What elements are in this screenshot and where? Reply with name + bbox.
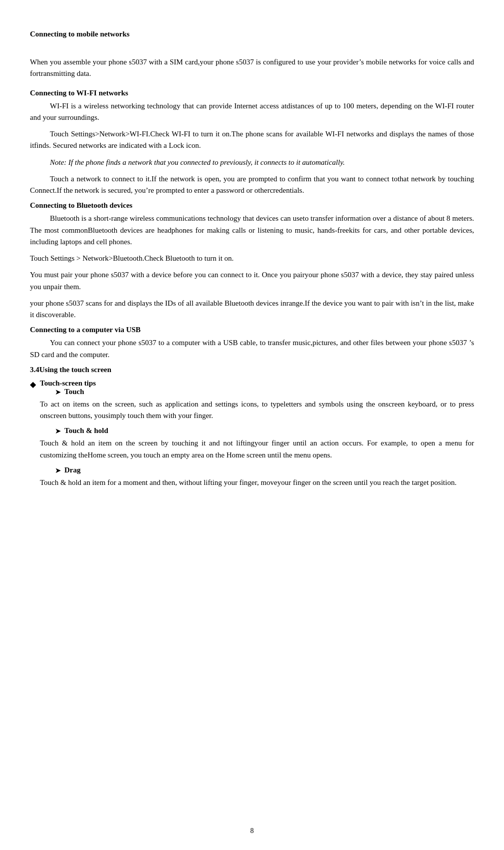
arrow-icon-touch: ➤ [55,388,61,397]
mobile-networks-heading: Connecting to mobile networks [30,30,474,38]
touch-label: Touch [64,388,84,396]
touch-hold-subheading-row: ➤ Touch & hold [55,426,474,435]
drag-para: Touch & hold an item for a moment and th… [40,477,474,488]
touch-screen-tips-label: Touch-screen tips [40,379,96,387]
arrow-icon-touch-hold: ➤ [55,426,61,435]
wifi-note: Note: If the phone finds a network that … [30,157,474,168]
arrow-icon-drag: ➤ [55,466,61,475]
wifi-para2: Touch Settings>Network>WI-FI.Check WI-FI… [30,128,474,152]
bluetooth-para1: Bluetooth is a short-range wireless comm… [30,213,474,248]
touch-screen-tips-item: ◆ Touch-screen tips ➤ Touch To act on it… [30,379,474,493]
touch-hold-label: Touch & hold [64,426,108,435]
bluetooth-heading: Connecting to Bluetooth devices [30,201,474,210]
bullet-diamond-icon: ◆ [30,380,36,389]
drag-subheading-row: ➤ Drag [55,466,474,475]
bluetooth-para2: Touch Settings > Network>Bluetooth.Check… [30,253,474,264]
mobile-networks-intro: When you assemble your phone s5037 with … [30,56,474,80]
bluetooth-para3: You must pair your phone s5037 with a de… [30,269,474,293]
bluetooth-para4: your phone s5037 scans for and displays … [30,298,474,321]
touch-para: To act on items on the screen, such as a… [40,399,474,422]
touch-hold-para: Touch & hold an item on the screen by to… [40,437,474,461]
touch-screen-tips-content: Touch-screen tips ➤ Touch To act on item… [40,379,474,493]
page: Connecting to mobile networks When you a… [0,0,504,850]
wifi-para1: WI-FI is a wireless networking technolog… [30,100,474,124]
page-number: 8 [0,827,504,835]
usb-para1: You can connect your phone s5037 to a co… [30,337,474,361]
usb-heading: Connecting to a computer via USB [30,326,474,334]
touch-subheading-row: ➤ Touch [55,388,474,397]
touch-screen-heading: 3.4Using the touch screen [30,366,474,374]
wifi-para3: Touch a network to connect to it.If the … [30,173,474,197]
wifi-heading: Connecting to WI-FI networks [30,89,474,97]
drag-label: Drag [64,466,81,474]
